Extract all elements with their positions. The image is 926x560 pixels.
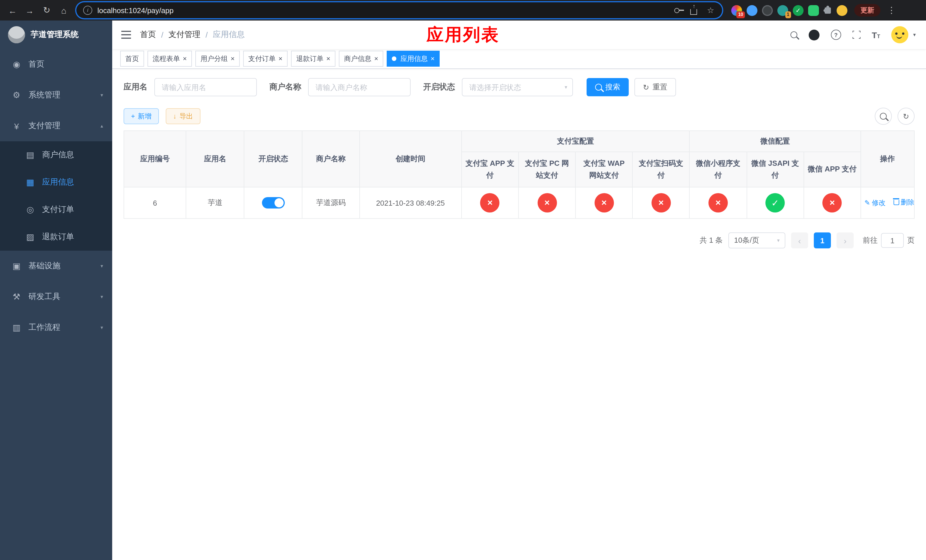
- goto-page-input[interactable]: [881, 233, 904, 248]
- edit-link[interactable]: ✎修改: [864, 198, 885, 208]
- col-header-alipay-app: 支付宝 APP 支付: [461, 152, 519, 187]
- close-icon[interactable]: ×: [326, 55, 330, 62]
- extension-icon-5[interactable]: ✓: [793, 5, 803, 16]
- alipay-wap-status-icon: ×: [594, 193, 614, 212]
- download-icon: ↓: [173, 112, 177, 120]
- tab-merchant-info[interactable]: 商户信息×: [339, 51, 383, 67]
- col-header-wechat-app: 微信 APP 支付: [803, 152, 861, 187]
- app-logo[interactable]: 芋道管理系统: [0, 21, 112, 49]
- refresh-icon: ↻: [643, 83, 649, 91]
- navbar-actions: ? TT ▾: [790, 26, 926, 43]
- yen-icon: ¥: [11, 121, 22, 131]
- sidebar-item-payment[interactable]: ¥ 支付管理 ▴: [0, 110, 112, 141]
- page-number-1[interactable]: 1: [814, 232, 831, 248]
- status-select[interactable]: ▾: [462, 78, 573, 96]
- breadcrumb-home[interactable]: 首页: [140, 30, 156, 40]
- tab-app-info[interactable]: 应用信息×: [387, 51, 440, 67]
- sidebar-item-merchant-info[interactable]: ▤ 商户信息: [0, 141, 112, 169]
- browser-menu-icon[interactable]: ⋮: [885, 5, 898, 15]
- cell-app-name: 芋道: [186, 187, 244, 218]
- reload-icon[interactable]: ↻: [39, 2, 54, 18]
- tab-home[interactable]: 首页: [120, 51, 144, 67]
- chevron-down-icon: ▾: [100, 92, 103, 98]
- cell-merchant: 芋道源码: [303, 187, 359, 218]
- extension-icon-2[interactable]: [747, 5, 757, 16]
- tools-icon: ⚒: [11, 292, 22, 302]
- document-icon: ▨: [25, 232, 35, 242]
- status-label: 开启状态: [423, 82, 455, 92]
- add-button[interactable]: + 新增: [124, 108, 159, 124]
- browser-toolbar: ← → ↻ ⌂ i localhost:1024/pay/app ☆ 10 1 …: [0, 0, 926, 21]
- app-name-input[interactable]: [154, 78, 257, 96]
- search-button[interactable]: 搜索: [587, 78, 629, 96]
- forward-icon[interactable]: →: [22, 2, 38, 18]
- profile-avatar-icon[interactable]: [837, 5, 847, 16]
- font-size-icon[interactable]: TT: [872, 30, 880, 39]
- content-area: 应用名 商户名称 开启状态 ▾ 搜索: [112, 69, 926, 560]
- sidebar-item-refund-orders[interactable]: ▨ 退款订单: [0, 223, 112, 251]
- extension-icon-4[interactable]: 1: [777, 5, 788, 16]
- extensions-area: 10 1 ✓: [731, 5, 847, 16]
- fullscreen-icon[interactable]: [853, 31, 861, 39]
- trash-icon: [893, 200, 899, 205]
- sidebar-item-home[interactable]: ◉ 首页: [0, 49, 112, 80]
- sidebar-item-dev-tools[interactable]: ⚒ 研发工具 ▾: [0, 282, 112, 312]
- hamburger-icon[interactable]: [112, 21, 140, 49]
- site-info-icon[interactable]: i: [83, 6, 92, 15]
- extension-icon-6[interactable]: [808, 5, 819, 16]
- toggle-search-button[interactable]: [875, 107, 892, 125]
- home-icon[interactable]: ⌂: [56, 2, 72, 18]
- page-size-select[interactable]: 10条/页 ▾: [728, 232, 785, 248]
- extension-icon-1[interactable]: 10: [731, 5, 742, 16]
- col-header-alipay-pc: 支付宝 PC 网站支付: [519, 152, 575, 187]
- status-toggle[interactable]: [262, 197, 285, 209]
- tab-user-group[interactable]: 用户分组×: [195, 51, 240, 67]
- user-avatar[interactable]: [891, 26, 909, 43]
- tab-refund-orders[interactable]: 退款订单×: [291, 51, 336, 67]
- sidebar-item-system[interactable]: ⚙ 系统管理 ▾: [0, 80, 112, 110]
- dashboard-icon: ◉: [11, 59, 22, 70]
- tab-pay-orders[interactable]: 支付订单×: [243, 51, 287, 67]
- group-header-alipay: 支付宝配置: [461, 131, 690, 152]
- sidebar-item-workflow[interactable]: ▥ 工作流程 ▾: [0, 312, 112, 343]
- chevron-down-icon: ▾: [100, 294, 103, 300]
- total-count: 共 1 条: [700, 235, 723, 245]
- address-bar[interactable]: i localhost:1024/pay/app ☆: [76, 2, 722, 18]
- breadcrumb-section[interactable]: 支付管理: [169, 30, 200, 40]
- delete-link[interactable]: 删除: [893, 198, 914, 207]
- payment-submenu: ▤ 商户信息 ▦ 应用信息 ◎ 支付订单 ▨ 退款订单: [0, 141, 112, 251]
- reset-button[interactable]: ↻ 重置: [634, 78, 676, 96]
- tab-process-form[interactable]: 流程表单×: [147, 51, 192, 67]
- next-page-button[interactable]: ›: [837, 232, 854, 248]
- extensions-puzzle-icon[interactable]: [825, 7, 831, 14]
- chevron-down-icon[interactable]: ▾: [913, 32, 916, 38]
- close-icon[interactable]: ×: [231, 55, 235, 62]
- close-icon[interactable]: ×: [278, 55, 283, 62]
- target-icon: ◎: [25, 204, 35, 215]
- prev-page-button[interactable]: ‹: [791, 232, 808, 248]
- close-icon[interactable]: ×: [374, 55, 378, 62]
- share-icon[interactable]: [690, 9, 698, 15]
- search-icon[interactable]: [790, 31, 797, 38]
- bookmark-star-icon[interactable]: ☆: [707, 6, 714, 15]
- goto-label: 前往: [863, 235, 878, 245]
- chevron-up-icon: ▴: [100, 123, 103, 129]
- table-toolbar: + 新增 ↓ 导出 ↻: [124, 107, 915, 125]
- extension-icon-3[interactable]: [762, 5, 773, 16]
- group-header-wechat: 微信配置: [690, 131, 861, 152]
- export-button[interactable]: ↓ 导出: [166, 108, 200, 124]
- password-key-icon[interactable]: [675, 8, 680, 13]
- back-icon[interactable]: ←: [5, 2, 21, 18]
- url-text[interactable]: localhost:1024/pay/app: [97, 6, 669, 15]
- help-icon[interactable]: ?: [831, 30, 841, 40]
- col-header-merchant: 商户名称: [303, 131, 359, 187]
- close-icon[interactable]: ×: [183, 55, 187, 62]
- merchant-name-input[interactable]: [308, 78, 411, 96]
- refresh-table-button[interactable]: ↻: [897, 107, 915, 125]
- sidebar-item-pay-orders[interactable]: ◎ 支付订单: [0, 196, 112, 223]
- sidebar-item-app-info[interactable]: ▦ 应用信息: [0, 169, 112, 196]
- sidebar-item-infrastructure[interactable]: ▣ 基础设施 ▾: [0, 251, 112, 282]
- close-icon[interactable]: ×: [431, 55, 434, 62]
- update-chip[interactable]: 更新: [854, 4, 881, 17]
- github-icon[interactable]: [809, 29, 820, 40]
